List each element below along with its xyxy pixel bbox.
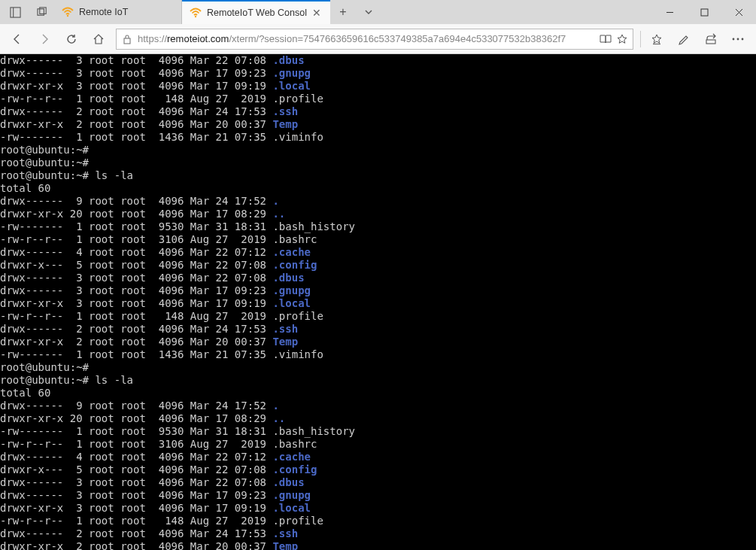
svg-rect-2 xyxy=(37,8,43,14)
prompt-line: root@ubuntu:~# ls -la xyxy=(0,374,756,387)
tab-strip: Remote IoT RemoteIoT Web Consol ✕ + xyxy=(54,0,652,24)
svg-rect-10 xyxy=(124,38,130,44)
ls-row: drwx------ 9 root root 4096 Mar 24 17:52… xyxy=(0,195,756,208)
ls-row: -rw-r--r-- 1 root root 148 Aug 27 2019 .… xyxy=(0,310,756,323)
svg-point-13 xyxy=(733,38,735,40)
notes-button[interactable] xyxy=(670,26,697,52)
prompt-line: root@ubuntu:~# xyxy=(0,361,756,374)
ls-row: -rw-r--r-- 1 root root 148 Aug 27 2019 .… xyxy=(0,515,756,527)
tab-expand-button[interactable] xyxy=(356,0,381,24)
ls-row: drwxr-xr-x 2 root root 4096 Mar 20 00:37… xyxy=(0,118,756,131)
ls-row: drwxr-xr-x 2 root root 4096 Mar 20 00:37… xyxy=(0,540,756,550)
tab-title: Remote IoT xyxy=(79,7,172,17)
favorites-button[interactable] xyxy=(643,26,670,52)
tab-preview-button[interactable] xyxy=(30,0,54,24)
settings-button[interactable] xyxy=(724,26,751,52)
svg-rect-12 xyxy=(706,40,715,44)
wifi-icon xyxy=(190,7,202,19)
ls-row: drwxr-xr-x 20 root root 4096 Mar 17 08:2… xyxy=(0,412,756,425)
tabs-aside-button[interactable] xyxy=(0,0,30,24)
browser-titlebar: Remote IoT RemoteIoT Web Consol ✕ + xyxy=(0,0,756,24)
new-tab-button[interactable]: + xyxy=(330,0,356,24)
ls-row: -rw------- 1 root root 1436 Mar 21 07:35… xyxy=(0,348,756,361)
terminal[interactable]: drwx------ 3 root root 4096 Mar 22 07:08… xyxy=(0,54,756,550)
close-button[interactable] xyxy=(721,0,756,24)
url-text: https://remoteiot.com/xterm/?session=754… xyxy=(138,33,595,44)
ls-row: drwx------ 2 root root 4096 Mar 24 17:53… xyxy=(0,323,756,336)
ls-row: -rw-r--r-- 1 root root 3106 Aug 27 2019 … xyxy=(0,233,756,246)
total-line: total 60 xyxy=(0,387,756,400)
maximize-button[interactable] xyxy=(687,0,721,24)
ls-row: -rw------- 1 root root 9530 Mar 31 18:31… xyxy=(0,425,756,438)
ls-row: drwx------ 9 root root 4096 Mar 24 17:52… xyxy=(0,400,756,412)
ls-row: drwx------ 4 root root 4096 Mar 22 07:12… xyxy=(0,451,756,463)
ls-row: drwxr-xr-x 3 root root 4096 Mar 17 09:19… xyxy=(0,297,756,310)
svg-point-14 xyxy=(737,38,739,40)
ls-row: drwxr-x--- 5 root root 4096 Mar 22 07:08… xyxy=(0,463,756,476)
divider xyxy=(640,31,641,47)
ls-row: drwx------ 3 root root 4096 Mar 22 07:08… xyxy=(0,476,756,489)
svg-point-5 xyxy=(195,16,196,17)
ls-row: drwxr-xr-x 20 root root 4096 Mar 17 08:2… xyxy=(0,208,756,220)
ls-row: drwx------ 2 root root 4096 Mar 24 17:53… xyxy=(0,105,756,118)
svg-rect-3 xyxy=(39,7,45,13)
share-button[interactable] xyxy=(697,26,724,52)
refresh-button[interactable] xyxy=(59,26,84,52)
tab-remote-iot[interactable]: Remote IoT xyxy=(54,0,182,24)
ls-row: -rw-r--r-- 1 root root 3106 Aug 27 2019 … xyxy=(0,438,756,451)
ls-row: drwx------ 3 root root 4096 Mar 22 07:08… xyxy=(0,54,756,67)
svg-rect-0 xyxy=(10,7,20,17)
ls-row: drwx------ 3 root root 4096 Mar 17 09:23… xyxy=(0,67,756,80)
close-tab-icon[interactable]: ✕ xyxy=(312,7,321,19)
ls-row: drwx------ 3 root root 4096 Mar 17 09:23… xyxy=(0,489,756,502)
total-line: total 60 xyxy=(0,182,756,195)
minimize-button[interactable] xyxy=(652,0,687,24)
ls-row: drwxr-xr-x 2 root root 4096 Mar 20 00:37… xyxy=(0,336,756,348)
ls-row: drwxr-xr-x 3 root root 4096 Mar 17 09:19… xyxy=(0,502,756,515)
ls-row: drwx------ 2 root root 4096 Mar 24 17:53… xyxy=(0,527,756,540)
tab-web-console[interactable]: RemoteIoT Web Consol ✕ xyxy=(182,0,330,24)
back-button[interactable] xyxy=(5,26,30,52)
address-bar: https://remoteiot.com/xterm/?session=754… xyxy=(0,24,756,54)
lock-icon xyxy=(121,33,133,45)
svg-rect-7 xyxy=(701,9,708,16)
tab-title: RemoteIoT Web Consol xyxy=(207,8,307,18)
ls-row: -rw-r--r-- 1 root root 148 Aug 27 2019 .… xyxy=(0,93,756,105)
forward-button[interactable] xyxy=(32,26,57,52)
svg-point-15 xyxy=(742,38,744,40)
ls-row: drwxr-xr-x 3 root root 4096 Mar 17 09:19… xyxy=(0,80,756,93)
favorite-icon[interactable] xyxy=(616,33,628,45)
ls-row: drwx------ 3 root root 4096 Mar 17 09:23… xyxy=(0,284,756,297)
ls-row: -rw------- 1 root root 9530 Mar 31 18:31… xyxy=(0,220,756,233)
ls-row: drwx------ 3 root root 4096 Mar 22 07:08… xyxy=(0,272,756,284)
reading-view-icon[interactable] xyxy=(600,33,612,45)
home-button[interactable] xyxy=(86,26,111,52)
prompt-line: root@ubuntu:~# xyxy=(0,144,756,156)
svg-point-4 xyxy=(67,15,68,17)
prompt-line: root@ubuntu:~# ls -la xyxy=(0,169,756,182)
ls-row: drwx------ 4 root root 4096 Mar 22 07:12… xyxy=(0,246,756,259)
url-input[interactable]: https://remoteiot.com/xterm/?session=754… xyxy=(116,29,633,50)
prompt-line: root@ubuntu:~# xyxy=(0,156,756,169)
window-controls xyxy=(652,0,756,24)
ls-row: drwxr-x--- 5 root root 4096 Mar 22 07:08… xyxy=(0,259,756,272)
ls-row: -rw------- 1 root root 1436 Mar 21 07:35… xyxy=(0,131,756,144)
wifi-icon xyxy=(62,6,74,18)
